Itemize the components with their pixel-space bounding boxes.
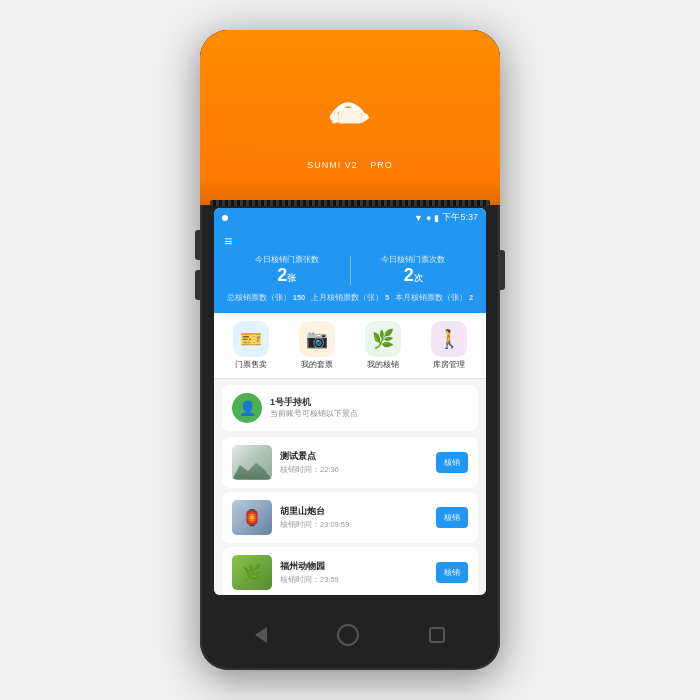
ticket-img-1	[232, 500, 272, 535]
hamburger-icon[interactable]: ≡	[224, 233, 476, 249]
my-verify-label: 我的核销	[367, 360, 399, 370]
ticket-info-0: 测试景点 核销时间：22:36	[280, 450, 428, 475]
stats-row: 今日核销门票张数 2张 今日核销门票次数 2次	[224, 254, 476, 287]
recent-apps-button[interactable]	[429, 627, 445, 643]
status-dot	[222, 215, 228, 221]
bottom-nav-area	[200, 600, 500, 670]
lighthouse-image	[232, 500, 272, 535]
menu-item-my-tickets[interactable]: 📷 我的套票	[299, 321, 335, 370]
content-area[interactable]: 👤 1号手持机 当前账号可核销以下景点 测试景点	[214, 379, 486, 595]
ticket-item-0: 测试景点 核销时间：22:36 核销	[222, 437, 478, 488]
ticket-time-0: 核销时间：22:36	[280, 465, 428, 475]
ticket-time-2: 核销时间：23:59	[280, 575, 428, 585]
verify-button-2[interactable]: 核销	[436, 562, 468, 583]
warehouse-icon: 🚶	[431, 321, 467, 357]
screen-container: ▼ ● ▮ 下午5:37 ≡ 今日核销门票张数 2张	[214, 208, 486, 595]
svg-rect-2	[330, 117, 334, 121]
ticket-item-1: 胡里山炮台 核销时间：23:09:59 核销	[222, 492, 478, 543]
today-count-stat: 今日核销门票次数 2次	[351, 254, 477, 287]
ticket-img-0	[232, 445, 272, 480]
signal-icon: ●	[426, 213, 431, 223]
today-verify-value: 2张	[224, 265, 350, 287]
status-right: ▼ ● ▮ 下午5:37	[414, 211, 478, 224]
ticket-name-2: 福州动物园	[280, 560, 428, 573]
home-button[interactable]	[337, 624, 359, 646]
ticket-name-0: 测试景点	[280, 450, 428, 463]
this-month-stat: 本月核销票数（张） 2	[392, 293, 476, 303]
status-left	[222, 215, 228, 221]
my-tickets-icon: 📷	[299, 321, 335, 357]
menu-item-my-verify[interactable]: 🌿 我的核销	[365, 321, 401, 370]
today-count-label: 今日核销门票次数	[351, 254, 477, 265]
battery-icon: ▮	[434, 213, 439, 223]
verify-button-1[interactable]: 核销	[436, 507, 468, 528]
power-button[interactable]	[500, 250, 505, 290]
app-header: ≡ 今日核销门票张数 2张 今日核销门票次数 2次	[214, 227, 486, 313]
brand-text: SUNMI V2 PRO	[307, 157, 393, 171]
last-month-label: 上月核销票数（张）	[311, 293, 383, 302]
this-month-label: 本月核销票数（张）	[395, 293, 467, 302]
brand-name: SUNMI V2	[307, 160, 358, 170]
zoo-image	[232, 555, 272, 590]
sub-stats: 总核销票数（张） 150 上月核销票数（张） 5 本月核销票数（张） 2	[224, 293, 476, 303]
back-button[interactable]	[255, 627, 267, 643]
menu-item-ticket-sale[interactable]: 🎫 门票售卖	[233, 321, 269, 370]
ticket-time-1: 核销时间：23:09:59	[280, 520, 428, 530]
this-month-value: 2	[469, 293, 473, 302]
wifi-icon: ▼	[414, 213, 423, 223]
ticket-info-2: 福州动物园 核销时间：23:59	[280, 560, 428, 585]
ticket-item-2: 福州动物园 核销时间：23:59 核销	[222, 547, 478, 595]
svg-rect-0	[339, 108, 362, 124]
user-sub: 当前账号可核销以下景点	[270, 409, 468, 419]
nfc-icon	[315, 82, 385, 141]
total-value: 150	[293, 293, 306, 302]
ticket-sale-icon: 🎫	[233, 321, 269, 357]
mountain-image	[232, 445, 272, 480]
verify-button-0[interactable]: 核销	[436, 452, 468, 473]
user-name: 1号手持机	[270, 396, 468, 409]
volume-down-button[interactable]	[195, 270, 200, 300]
status-time: 下午5:37	[442, 211, 478, 224]
user-card: 👤 1号手持机 当前账号可核销以下景点	[222, 385, 478, 431]
user-info: 1号手持机 当前账号可核销以下景点	[270, 396, 468, 419]
status-bar: ▼ ● ▮ 下午5:37	[214, 208, 486, 227]
device-top: SUNMI V2 PRO	[200, 30, 500, 205]
user-avatar: 👤	[232, 393, 262, 423]
device: SUNMI V2 PRO ▼ ● ▮ 下午5:37	[200, 30, 500, 670]
ticket-sale-label: 门票售卖	[235, 360, 267, 370]
last-month-stat: 上月核销票数（张） 5	[308, 293, 392, 303]
today-verify-stat: 今日核销门票张数 2张	[224, 254, 350, 287]
warehouse-label: 库房管理	[433, 360, 465, 370]
avatar-icon: 👤	[239, 400, 256, 416]
my-tickets-label: 我的套票	[301, 360, 333, 370]
ticket-name-1: 胡里山炮台	[280, 505, 428, 518]
volume-up-button[interactable]	[195, 230, 200, 260]
last-month-value: 5	[385, 293, 389, 302]
total-stat: 总核销票数（张） 150	[224, 293, 308, 303]
icon-menu: 🎫 门票售卖 📷 我的套票 🌿 我的核销 🚶 库房管理	[214, 313, 486, 379]
total-label: 总核销票数（张）	[227, 293, 291, 302]
today-count-value: 2次	[351, 265, 477, 287]
ticket-img-2	[232, 555, 272, 590]
menu-item-warehouse[interactable]: 🚶 库房管理	[431, 321, 467, 370]
paper-slot	[210, 200, 490, 206]
ticket-info-1: 胡里山炮台 核销时间：23:09:59	[280, 505, 428, 530]
svg-rect-1	[332, 120, 337, 124]
brand-model: PRO	[370, 160, 393, 170]
my-verify-icon: 🌿	[365, 321, 401, 357]
screen: ▼ ● ▮ 下午5:37 ≡ 今日核销门票张数 2张	[214, 208, 486, 595]
device-shell: SUNMI V2 PRO ▼ ● ▮ 下午5:37	[200, 30, 500, 670]
today-verify-label: 今日核销门票张数	[224, 254, 350, 265]
